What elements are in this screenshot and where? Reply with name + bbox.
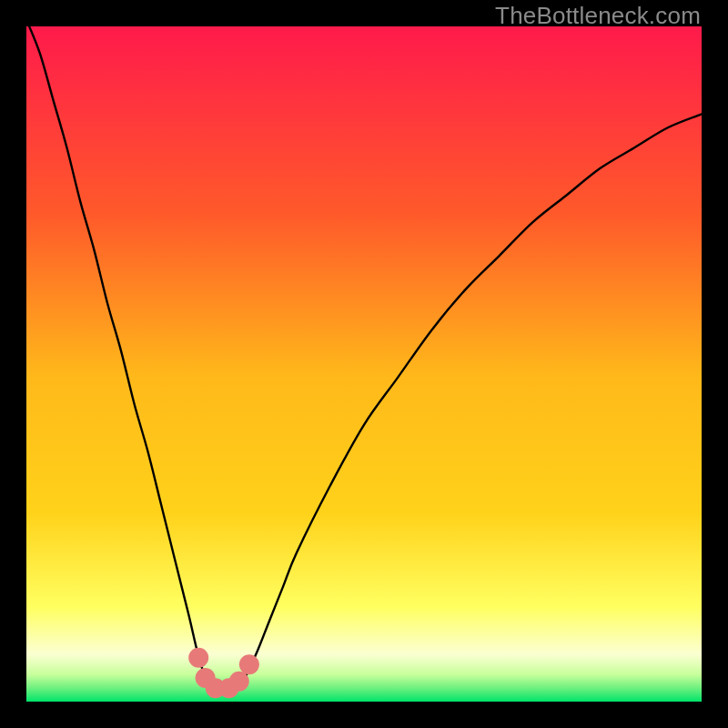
- watermark-text: TheBottleneck.com: [495, 2, 701, 30]
- data-marker: [239, 654, 259, 674]
- gradient-background: [26, 26, 702, 702]
- bottleneck-chart: [26, 26, 702, 702]
- plot-frame: [26, 26, 702, 702]
- data-marker: [188, 648, 208, 668]
- data-marker: [229, 672, 249, 692]
